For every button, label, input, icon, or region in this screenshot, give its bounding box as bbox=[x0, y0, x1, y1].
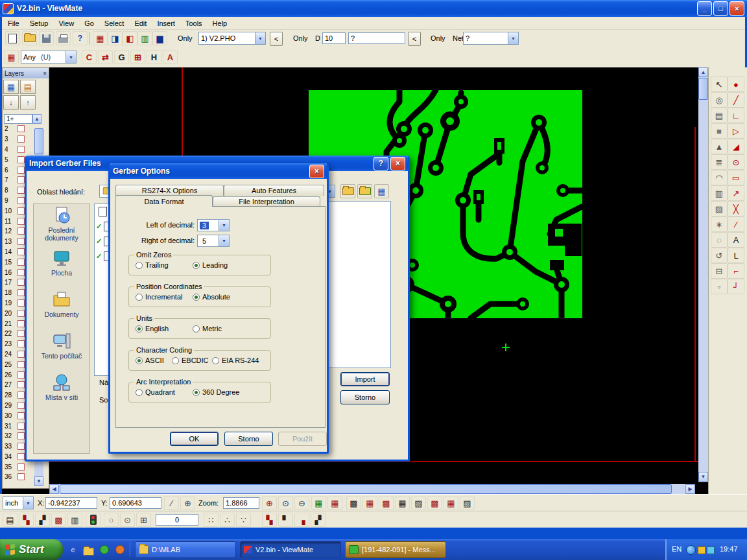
chevron-down-icon[interactable]: ▼ bbox=[508, 32, 518, 44]
up-one-level-icon[interactable] bbox=[340, 184, 355, 198]
net-combo[interactable]: ? ▼ bbox=[463, 32, 519, 45]
menu-item[interactable]: File bbox=[3, 18, 25, 29]
scroll-down-icon[interactable]: ▼ bbox=[698, 472, 708, 482]
canvas-horizontal-scrollbar[interactable]: ◀ ▶ bbox=[49, 484, 695, 494]
mode-tool-icon[interactable]: ▚ bbox=[19, 513, 34, 527]
dcode-status-field[interactable]: 0 bbox=[156, 514, 198, 526]
layer-color-swatch[interactable] bbox=[18, 423, 25, 430]
new-document-icon[interactable] bbox=[5, 31, 20, 45]
object-type-tool-icon[interactable]: A bbox=[163, 50, 178, 64]
layer-color-swatch[interactable] bbox=[18, 402, 25, 409]
layer-color-swatch[interactable] bbox=[18, 167, 25, 174]
context-help-icon[interactable]: ? bbox=[73, 31, 88, 45]
layer-color-swatch[interactable] bbox=[18, 207, 25, 215]
keyboard-language-indicator[interactable]: EN bbox=[672, 545, 682, 553]
zoom-tool-icon[interactable]: ⊙ bbox=[278, 496, 293, 510]
edit-tool-icon[interactable]: ▆ bbox=[152, 31, 167, 45]
browser-icon[interactable] bbox=[114, 544, 125, 555]
menu-item[interactable]: Go bbox=[79, 18, 99, 29]
drawing-tool-icon[interactable]: ╱ bbox=[728, 92, 744, 108]
mode-tool-icon[interactable]: ▞ bbox=[35, 513, 50, 527]
edit-tool-icon[interactable]: ◧ bbox=[123, 31, 137, 45]
menu-item[interactable]: View bbox=[53, 18, 79, 29]
layer-list-scroll-down-icon[interactable]: ▼ bbox=[34, 476, 43, 486]
zoom-field[interactable]: 1.8866 bbox=[223, 497, 259, 509]
dcode-step-back-button[interactable]: < bbox=[408, 32, 421, 46]
only-dcode-toggle[interactable]: Only bbox=[293, 34, 308, 42]
new-folder-icon[interactable] bbox=[357, 184, 372, 198]
radio-360-degree[interactable] bbox=[193, 389, 200, 396]
left-decimal-combo[interactable]: 3 ▼ bbox=[197, 219, 230, 231]
chevron-down-icon[interactable]: ▼ bbox=[219, 220, 229, 231]
tab-auto-features[interactable]: Auto Features bbox=[224, 185, 324, 196]
canvas-vertical-scrollbar[interactable]: ▲ ▼ bbox=[698, 67, 708, 482]
y-coordinate-field[interactable]: 0.690643 bbox=[110, 497, 161, 509]
chevron-down-icon[interactable]: ▼ bbox=[23, 497, 33, 509]
display-pattern-icon[interactable]: ▦ bbox=[362, 496, 377, 510]
layer-pattern-icon[interactable]: ▞ bbox=[311, 513, 326, 527]
update-tray-icon[interactable] bbox=[698, 546, 706, 554]
window-titlebar[interactable]: V2.bin - ViewMate _ □ × bbox=[0, 0, 747, 17]
layer-color-swatch[interactable] bbox=[18, 259, 25, 266]
drawing-tool-icon[interactable]: ◎ bbox=[711, 92, 728, 108]
drawing-tool-icon[interactable]: ◠ bbox=[711, 170, 728, 185]
dot-grid-icon[interactable]: ∷ bbox=[204, 513, 219, 527]
drawing-tool-icon[interactable]: L bbox=[728, 248, 744, 263]
drawing-tool-icon[interactable]: ▷ bbox=[728, 123, 744, 139]
radio-ebcdic[interactable] bbox=[172, 357, 179, 364]
layer-color-swatch[interactable] bbox=[18, 381, 25, 388]
volume-tray-icon[interactable] bbox=[707, 546, 715, 554]
drawing-tool-icon[interactable]: ▫ bbox=[711, 279, 728, 294]
edit-tool-icon[interactable]: ▥ bbox=[137, 31, 152, 45]
drawing-tool-icon[interactable]: ↖ bbox=[711, 76, 728, 92]
selection-mode-icon[interactable]: ▦ bbox=[4, 50, 19, 64]
drawing-tool-icon[interactable]: ╳ bbox=[728, 201, 744, 216]
menu-item[interactable]: Setup bbox=[25, 18, 54, 29]
tab-file-interpretation[interactable]: File Interpretation bbox=[213, 196, 320, 206]
menu-item[interactable]: Help bbox=[208, 18, 233, 29]
layer-color-swatch[interactable] bbox=[18, 218, 25, 225]
drawing-tool-icon[interactable]: ▲ bbox=[711, 139, 728, 154]
layer-color-swatch[interactable] bbox=[18, 310, 25, 317]
chevron-down-icon[interactable]: ▼ bbox=[255, 32, 265, 44]
layer-color-swatch[interactable] bbox=[18, 176, 25, 183]
radio-trailing[interactable] bbox=[136, 262, 143, 269]
layer-combo[interactable]: 1) V2.PHO ▼ bbox=[198, 32, 266, 45]
drawing-tool-icon[interactable]: ⊟ bbox=[711, 263, 728, 279]
layer-color-swatch[interactable] bbox=[18, 463, 25, 471]
edit-tool-icon[interactable]: ▦ bbox=[93, 31, 108, 45]
mode-tool-icon[interactable]: ▤ bbox=[3, 513, 18, 527]
only-net-toggle[interactable]: Only bbox=[431, 34, 445, 42]
dcode-input[interactable]: 10 bbox=[322, 32, 346, 44]
horizontal-scroll-thumb[interactable] bbox=[60, 484, 672, 494]
dot-grid-icon[interactable]: ∵ bbox=[236, 513, 251, 527]
radio-eia-rs244[interactable] bbox=[212, 357, 219, 364]
layers-view-icon[interactable]: ▦ bbox=[3, 80, 19, 94]
active-layer-field[interactable]: 1+ bbox=[4, 114, 32, 124]
scroll-right-icon[interactable]: ▶ bbox=[685, 484, 695, 494]
drawing-tool-icon[interactable]: ∕ bbox=[728, 216, 744, 232]
drawing-tool-icon[interactable]: ◢ bbox=[728, 139, 744, 154]
display-pattern-icon[interactable]: ▨ bbox=[411, 496, 426, 510]
drawing-tool-icon[interactable]: ≣ bbox=[711, 154, 728, 170]
mode-tool-icon[interactable]: ▥ bbox=[67, 513, 82, 527]
display-pattern-icon[interactable]: ▩ bbox=[379, 496, 394, 510]
drawing-tool-icon[interactable]: ↗ bbox=[728, 185, 744, 201]
object-type-tool-icon[interactable]: H bbox=[147, 50, 161, 64]
scroll-up-icon[interactable]: ▲ bbox=[698, 67, 708, 77]
tab-data-format[interactable]: Data Format bbox=[115, 195, 213, 207]
grid-toggle-icon[interactable]: ⊞ bbox=[136, 513, 151, 527]
layer-color-swatch[interactable] bbox=[18, 371, 25, 379]
cancel-button[interactable]: Storno bbox=[224, 432, 273, 446]
radio-absolute[interactable] bbox=[193, 294, 200, 301]
layer-pattern-icon[interactable]: ▗ bbox=[294, 513, 309, 527]
layer-pattern-icon[interactable]: ▘ bbox=[278, 513, 293, 527]
drawing-tool-icon[interactable]: ∟ bbox=[728, 108, 744, 123]
object-type-tool-icon[interactable]: G bbox=[114, 50, 129, 64]
grid-tool-icon[interactable]: ▦ bbox=[311, 496, 326, 510]
mode-tool-icon[interactable]: ▩ bbox=[51, 513, 66, 527]
layer-color-swatch[interactable] bbox=[18, 197, 25, 204]
layer-color-swatch[interactable] bbox=[18, 443, 25, 450]
place-documents[interactable]: Dokumenty bbox=[34, 290, 89, 318]
layer-pattern-icon[interactable]: ▚ bbox=[262, 513, 277, 527]
